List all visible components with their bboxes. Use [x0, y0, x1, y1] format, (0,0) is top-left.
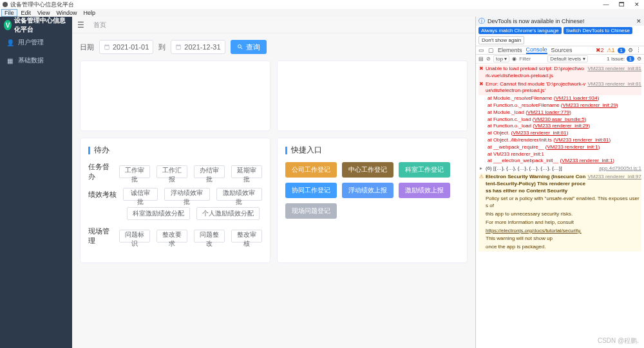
section-row: 绩效考核诚信审批浮动绩效审批激励绩效审批	[88, 188, 262, 201]
devtools-notice-bar: ⓘ DevTools is now available in Chinese! …	[476, 17, 644, 26]
date-from-value: 2021-01-01	[113, 43, 149, 51]
sidebar-item-label: 基础数据	[18, 56, 44, 65]
eye-icon[interactable]: ◉	[512, 56, 516, 62]
console-warning: this app to unnecessary security risks.	[478, 210, 641, 219]
quick-entry-button[interactable]: 协同工作登记	[285, 183, 337, 198]
calendar-icon	[104, 44, 110, 50]
section-label: 绩效考核	[88, 190, 117, 199]
source-link[interactable]: app.4d79005d.js:1	[599, 165, 641, 172]
tab-console[interactable]: Console	[526, 46, 547, 54]
console-warning: ⚠Electron Security Warning (Insecure Con…	[478, 173, 641, 195]
gear-icon[interactable]: ⚙	[628, 47, 633, 53]
gear-icon[interactable]: ⚙	[637, 56, 641, 62]
close-icon[interactable]: ✕	[636, 18, 641, 24]
devtools-notice: DevTools is now available in Chinese!	[488, 18, 585, 24]
tag-button[interactable]: 浮动绩效审批	[164, 188, 210, 201]
section-label: 任务督办	[88, 162, 113, 181]
logo-icon: V	[4, 20, 12, 30]
warn-count[interactable]: ⚠1	[607, 47, 615, 53]
accent-bar	[285, 147, 287, 154]
accent-bar	[88, 147, 90, 154]
clear-console-icon[interactable]: ⊘	[486, 56, 491, 62]
menu-window[interactable]: Window	[53, 10, 79, 16]
quick-entry-button[interactable]: 中心工作登记	[342, 162, 393, 178]
console-toolbar: ▤ ⊘ top ▾ ◉ Default levels ▾ 1 Issue: 1 …	[476, 55, 644, 64]
sidebar-item-users[interactable]: 👤 用户管理	[0, 33, 72, 51]
console-warning: Policy set or a policy with "unsafe-eval…	[478, 195, 641, 210]
menu-help[interactable]: Help	[80, 10, 98, 16]
stack-frame: at ___electron_webpack_init__ (VM233 ren…	[488, 158, 641, 165]
section-row: 科室激励绩效分配个人激励绩效分配	[88, 207, 262, 220]
logo: V 设备管理中心信息化平台	[0, 17, 72, 33]
menubar: File Edit View Window Help	[0, 9, 644, 17]
date-to-input[interactable]: 2021-12-31	[171, 40, 225, 54]
source-link[interactable]: VM233 renderer_init:81	[587, 66, 641, 80]
quick-title: 快捷入口	[291, 145, 322, 156]
tag-button[interactable]: 工作审批	[119, 165, 150, 178]
window-title: 设备管理中心信息化平台	[10, 1, 74, 9]
sidebar-item-basedata[interactable]: ▦ 基础数据	[0, 51, 72, 69]
issues-link[interactable]: 1 Issue: 1	[607, 56, 634, 62]
section-row: 任务督办工作审批工作汇报办结审批延期审批	[88, 162, 262, 181]
console-warning: once the app is packaged.	[478, 243, 641, 252]
todo-title: 待办	[94, 145, 109, 156]
tag-button[interactable]: 激励绩效审批	[216, 188, 262, 201]
tag-button[interactable]: 工作汇报	[156, 165, 187, 178]
tab-elements[interactable]: Elements	[498, 47, 522, 53]
hamburger-icon[interactable]: ☰	[77, 21, 84, 30]
quick-entry-button[interactable]: 激励绩效上报	[399, 183, 450, 198]
content: 日期 2021-01-01 到 2021-12-31 查询	[72, 33, 475, 348]
tab-sources[interactable]: Sources	[551, 47, 573, 53]
source-link[interactable]: VM233 renderer_init:81	[587, 81, 641, 95]
devtools-panel: ⓘ DevTools is now available in Chinese! …	[475, 17, 644, 348]
more-icon[interactable]: ⋮	[636, 47, 641, 53]
chip-switch-chinese[interactable]: Switch DevTools to Chinese	[564, 27, 632, 34]
info-icon: ⓘ	[478, 17, 485, 26]
app-icon	[3, 2, 8, 7]
context-selector[interactable]: top ▾	[493, 55, 509, 62]
tag-button[interactable]: 诚信审批	[123, 188, 157, 201]
quick-entry-button[interactable]: 现场问题登记	[285, 203, 337, 219]
inspect-icon[interactable]: ▭	[478, 47, 484, 53]
tag-button[interactable]: 问题标识	[119, 230, 150, 243]
window-maximize[interactable]: 🗖	[617, 1, 626, 8]
menu-view[interactable]: View	[35, 10, 52, 16]
filter-input[interactable]	[519, 56, 545, 62]
grid-icon: ▦	[6, 57, 13, 64]
search-button[interactable]: 查询	[231, 40, 267, 54]
window-minimize[interactable]: —	[601, 1, 611, 8]
stack-frame: at Object../lib/renderer/init.ts (VM233 …	[488, 137, 641, 144]
window-titlebar: 设备管理中心信息化平台 — 🗖 ✕	[0, 0, 644, 9]
menu-edit[interactable]: Edit	[19, 10, 34, 16]
filter-bar: 日期 2021-01-01 到 2021-12-31 查询	[80, 40, 468, 54]
date-from-input[interactable]: 2021-01-01	[99, 40, 153, 54]
stack-frame: at Function.o._resolveFilename (VM233 re…	[488, 102, 641, 109]
tag-button[interactable]: 办结审批	[194, 165, 225, 178]
source-link[interactable]: VM233 renderer_init:97	[587, 174, 641, 194]
user-icon: 👤	[6, 39, 13, 46]
tag-button[interactable]: 问题整改	[194, 230, 225, 243]
levels-selector[interactable]: Default levels ▾	[547, 55, 587, 62]
chip-match-language[interactable]: Always match Chrome's language	[478, 27, 562, 34]
section-label: 现场管理	[88, 226, 113, 246]
quick-entry-button[interactable]: 公司工作登记	[285, 162, 337, 178]
window-close[interactable]: ✕	[632, 1, 641, 8]
tag-button[interactable]: 个人激励绩效分配	[196, 207, 260, 220]
logo-title: 设备管理中心信息化平台	[14, 16, 68, 34]
chip-dont-show[interactable]: Don't show again	[478, 36, 524, 44]
stack-frame: at VM233 renderer_init:1	[488, 151, 641, 158]
info-count[interactable]: 1	[618, 48, 625, 53]
tag-button[interactable]: 整改要求	[156, 230, 187, 243]
stack-frame: at __webpack_require__ (VM233 renderer_i…	[488, 144, 641, 151]
quick-entry-button[interactable]: 科室工作登记	[399, 162, 450, 178]
todo-card: 待办 任务督办工作审批工作汇报办结审批延期审批绩效考核诚信审批浮动绩效审批激励绩…	[80, 138, 270, 263]
tag-button[interactable]: 延期审批	[231, 165, 262, 178]
tag-button[interactable]: 科室激励绩效分配	[127, 207, 190, 220]
sidebar-toggle-icon[interactable]: ▤	[478, 56, 484, 62]
quick-entry-button[interactable]: 浮动绩效上报	[342, 183, 393, 198]
topbar: ☰ 首页	[72, 17, 475, 33]
tag-button[interactable]: 整改审核	[231, 230, 262, 243]
error-count[interactable]: ✖2	[596, 47, 604, 53]
console-error: ✖Unable to load preload script: D:\proje…	[478, 65, 641, 80]
device-icon[interactable]: ▢	[488, 47, 494, 53]
